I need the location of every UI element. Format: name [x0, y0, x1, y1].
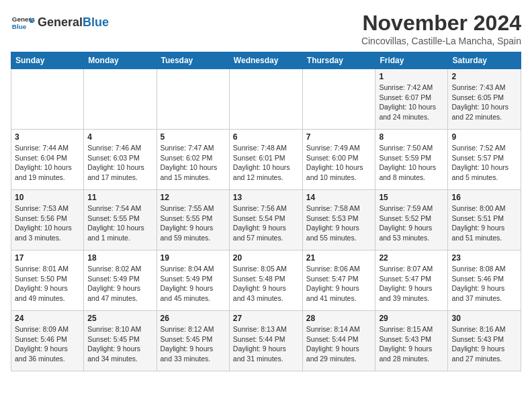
day-cell: 30Sunrise: 8:16 AM Sunset: 5:43 PM Dayli…	[448, 311, 521, 371]
day-cell	[229, 69, 302, 130]
day-cell: 16Sunrise: 8:00 AM Sunset: 5:51 PM Dayli…	[448, 190, 521, 250]
day-info: Sunrise: 8:14 AM Sunset: 5:44 PM Dayligh…	[306, 324, 372, 364]
day-number: 28	[306, 314, 372, 323]
day-number: 23	[451, 253, 517, 263]
day-cell: 20Sunrise: 8:05 AM Sunset: 5:48 PM Dayli…	[229, 250, 302, 311]
day-number: 14	[306, 193, 372, 202]
day-info: Sunrise: 8:10 AM Sunset: 5:45 PM Dayligh…	[87, 324, 152, 364]
day-cell: 15Sunrise: 7:59 AM Sunset: 5:52 PM Dayli…	[375, 190, 448, 250]
day-cell: 24Sunrise: 8:09 AM Sunset: 5:46 PM Dayli…	[11, 311, 84, 371]
calendar: SundayMondayTuesdayWednesdayThursdayFrid…	[11, 52, 521, 371]
day-cell	[11, 69, 84, 130]
day-cell: 13Sunrise: 7:56 AM Sunset: 5:54 PM Dayli…	[229, 190, 302, 250]
day-number: 13	[233, 193, 299, 202]
day-cell: 29Sunrise: 8:15 AM Sunset: 5:43 PM Dayli…	[375, 311, 448, 371]
day-cell: 28Sunrise: 8:14 AM Sunset: 5:44 PM Dayli…	[302, 311, 375, 371]
day-info: Sunrise: 7:44 AM Sunset: 6:04 PM Dayligh…	[15, 143, 80, 183]
day-cell: 1Sunrise: 7:42 AM Sunset: 6:07 PM Daylig…	[375, 69, 448, 130]
month-title: November 2024	[361, 11, 521, 36]
logo-text: GeneralBlue	[38, 16, 109, 30]
day-number: 1	[379, 72, 444, 81]
day-number: 8	[379, 132, 444, 142]
day-info: Sunrise: 8:15 AM Sunset: 5:43 PM Dayligh…	[379, 324, 444, 364]
weekday-header-friday: Friday	[375, 52, 448, 69]
day-cell: 12Sunrise: 7:55 AM Sunset: 5:55 PM Dayli…	[157, 190, 229, 250]
day-cell: 19Sunrise: 8:04 AM Sunset: 5:49 PM Dayli…	[157, 250, 229, 311]
day-info: Sunrise: 8:09 AM Sunset: 5:46 PM Dayligh…	[15, 324, 80, 364]
day-number: 20	[233, 253, 299, 263]
day-info: Sunrise: 7:48 AM Sunset: 6:01 PM Dayligh…	[233, 143, 299, 183]
day-number: 16	[451, 193, 517, 202]
day-cell: 22Sunrise: 8:07 AM Sunset: 5:47 PM Dayli…	[375, 250, 448, 311]
day-number: 3	[15, 132, 80, 142]
day-cell: 14Sunrise: 7:58 AM Sunset: 5:53 PM Dayli…	[302, 190, 375, 250]
day-number: 10	[15, 193, 80, 202]
day-info: Sunrise: 8:16 AM Sunset: 5:43 PM Dayligh…	[451, 324, 517, 364]
day-cell: 18Sunrise: 8:02 AM Sunset: 5:49 PM Dayli…	[84, 250, 157, 311]
day-number: 24	[15, 314, 80, 323]
day-number: 17	[15, 253, 80, 263]
day-cell: 23Sunrise: 8:08 AM Sunset: 5:46 PM Dayli…	[448, 250, 521, 311]
weekday-header-wednesday: Wednesday	[229, 52, 302, 69]
day-info: Sunrise: 7:47 AM Sunset: 6:02 PM Dayligh…	[161, 143, 226, 183]
day-number: 27	[233, 314, 299, 323]
weekday-header-monday: Monday	[84, 52, 157, 69]
day-number: 21	[306, 253, 372, 263]
day-number: 19	[161, 253, 226, 263]
day-cell: 9Sunrise: 7:52 AM Sunset: 5:57 PM Daylig…	[448, 130, 521, 190]
day-cell: 25Sunrise: 8:10 AM Sunset: 5:45 PM Dayli…	[84, 311, 157, 371]
logo-icon: General Blue	[11, 11, 35, 35]
day-number: 22	[379, 253, 444, 263]
day-info: Sunrise: 7:59 AM Sunset: 5:52 PM Dayligh…	[379, 203, 444, 243]
week-row-3: 10Sunrise: 7:53 AM Sunset: 5:56 PM Dayli…	[11, 190, 521, 250]
day-info: Sunrise: 8:06 AM Sunset: 5:47 PM Dayligh…	[306, 264, 372, 304]
page-header: General Blue GeneralBlue November 2024 C…	[11, 11, 521, 46]
day-cell: 8Sunrise: 7:50 AM Sunset: 5:59 PM Daylig…	[375, 130, 448, 190]
day-cell: 7Sunrise: 7:49 AM Sunset: 6:00 PM Daylig…	[302, 130, 375, 190]
day-number: 7	[306, 132, 372, 142]
day-number: 6	[233, 132, 299, 142]
day-info: Sunrise: 7:43 AM Sunset: 6:05 PM Dayligh…	[451, 83, 517, 122]
day-number: 2	[451, 72, 517, 81]
day-number: 29	[379, 314, 444, 323]
day-number: 25	[87, 314, 152, 323]
day-cell: 4Sunrise: 7:46 AM Sunset: 6:03 PM Daylig…	[84, 130, 157, 190]
day-cell	[157, 69, 229, 130]
weekday-header-row: SundayMondayTuesdayWednesdayThursdayFrid…	[11, 52, 521, 69]
day-info: Sunrise: 7:49 AM Sunset: 6:00 PM Dayligh…	[306, 143, 372, 183]
day-cell: 6Sunrise: 7:48 AM Sunset: 6:01 PM Daylig…	[229, 130, 302, 190]
day-number: 5	[161, 132, 226, 142]
week-row-1: 1Sunrise: 7:42 AM Sunset: 6:07 PM Daylig…	[11, 69, 521, 130]
day-info: Sunrise: 8:12 AM Sunset: 5:45 PM Dayligh…	[161, 324, 226, 364]
day-info: Sunrise: 8:07 AM Sunset: 5:47 PM Dayligh…	[379, 264, 444, 304]
weekday-header-sunday: Sunday	[11, 52, 84, 69]
day-number: 18	[87, 253, 152, 263]
day-info: Sunrise: 7:52 AM Sunset: 5:57 PM Dayligh…	[451, 143, 517, 183]
day-number: 15	[379, 193, 444, 202]
day-cell: 5Sunrise: 7:47 AM Sunset: 6:02 PM Daylig…	[157, 130, 229, 190]
day-info: Sunrise: 8:01 AM Sunset: 5:50 PM Dayligh…	[15, 264, 80, 304]
weekday-header-tuesday: Tuesday	[157, 52, 229, 69]
day-info: Sunrise: 8:04 AM Sunset: 5:49 PM Dayligh…	[161, 264, 226, 304]
day-info: Sunrise: 8:05 AM Sunset: 5:48 PM Dayligh…	[233, 264, 299, 304]
day-cell: 11Sunrise: 7:54 AM Sunset: 5:55 PM Dayli…	[84, 190, 157, 250]
day-info: Sunrise: 8:02 AM Sunset: 5:49 PM Dayligh…	[87, 264, 152, 304]
day-number: 11	[87, 193, 152, 202]
day-info: Sunrise: 7:54 AM Sunset: 5:55 PM Dayligh…	[87, 203, 152, 243]
day-number: 9	[451, 132, 517, 142]
day-cell	[302, 69, 375, 130]
day-cell: 26Sunrise: 8:12 AM Sunset: 5:45 PM Dayli…	[157, 311, 229, 371]
day-number: 26	[161, 314, 226, 323]
logo: General Blue GeneralBlue	[11, 11, 109, 35]
day-cell: 2Sunrise: 7:43 AM Sunset: 6:05 PM Daylig…	[448, 69, 521, 130]
day-info: Sunrise: 8:13 AM Sunset: 5:44 PM Dayligh…	[233, 324, 299, 364]
day-cell: 10Sunrise: 7:53 AM Sunset: 5:56 PM Dayli…	[11, 190, 84, 250]
day-info: Sunrise: 7:50 AM Sunset: 5:59 PM Dayligh…	[379, 143, 444, 183]
day-cell: 3Sunrise: 7:44 AM Sunset: 6:04 PM Daylig…	[11, 130, 84, 190]
day-info: Sunrise: 7:55 AM Sunset: 5:55 PM Dayligh…	[161, 203, 226, 243]
svg-text:Blue: Blue	[12, 23, 27, 30]
week-row-5: 24Sunrise: 8:09 AM Sunset: 5:46 PM Dayli…	[11, 311, 521, 371]
weekday-header-thursday: Thursday	[302, 52, 375, 69]
week-row-2: 3Sunrise: 7:44 AM Sunset: 6:04 PM Daylig…	[11, 130, 521, 190]
day-info: Sunrise: 8:08 AM Sunset: 5:46 PM Dayligh…	[451, 264, 517, 304]
